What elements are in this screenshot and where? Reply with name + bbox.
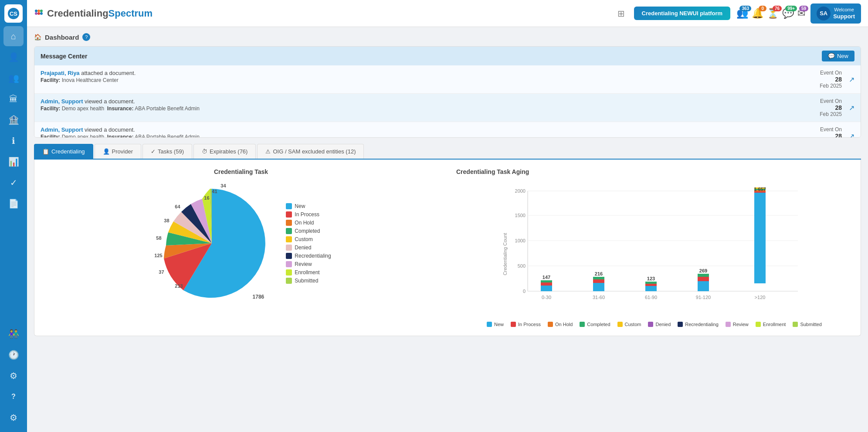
sidebar-item-people[interactable]: 👫 (3, 324, 24, 344)
message-row: Admin, Support viewed a document. Facili… (34, 122, 861, 137)
legend-color-completed (286, 228, 292, 234)
svg-point-3 (37, 10, 40, 12)
bar-legend-completed: Completed (580, 322, 610, 327)
sidebar-item-bank[interactable]: 🏦 (3, 110, 24, 130)
svg-text:1000: 1000 (515, 238, 526, 243)
pie-chart: 34 41 16 64 38 58 125 37 213 1786 (151, 182, 273, 304)
message-center-header: Message Center 💬 New (34, 47, 861, 65)
legend-color-denied (286, 245, 292, 251)
svg-text:500: 500 (518, 263, 526, 269)
svg-rect-37 (698, 277, 709, 281)
grid-button[interactable]: ⊞ (613, 5, 630, 22)
sidebar-item-user[interactable]: 👤 (3, 47, 24, 67)
sidebar-item-check[interactable]: ✓ (3, 173, 24, 193)
platform-button[interactable]: Credentialing NEWUI platform (634, 7, 731, 20)
oig-icon: ⚠ (265, 148, 271, 155)
svg-rect-36 (698, 281, 709, 291)
chat-notification[interactable]: 💬 99+ (782, 8, 794, 19)
bar-svg: Credentialing Count 0 500 1000 1500 2000 (456, 187, 852, 317)
msg-sender: Admin, Support (41, 98, 83, 105)
tab-oig[interactable]: ⚠ OIG / SAM excluded entities (12) (257, 144, 364, 159)
topbar: CredentialingSpectrum ⊞ Credentialing NE… (27, 0, 868, 27)
pie-legend: New In Process On Hold Completed (286, 203, 331, 284)
external-link-icon[interactable]: ↗ (849, 132, 854, 138)
sidebar-item-building[interactable]: 🏛 (3, 89, 24, 109)
sidebar-item-settings[interactable]: ⚙ (3, 366, 24, 386)
mail-notification[interactable]: ✉ 59 (797, 8, 805, 19)
legend-item-onhold: On Hold (286, 220, 331, 226)
svg-text:>120: >120 (755, 295, 766, 300)
legend-color-submitted (286, 278, 292, 284)
svg-rect-33 (645, 282, 657, 284)
logo-part1: Credentialing (47, 8, 108, 19)
users-badge: 363 (739, 6, 751, 11)
legend-color-custom (286, 236, 292, 242)
user-welcome: Welcome (833, 7, 855, 13)
svg-rect-38 (698, 274, 709, 277)
legend-item-denied: Denied (286, 245, 331, 251)
svg-text:2000: 2000 (515, 188, 526, 194)
user-button[interactable]: SA Welcome Support (810, 3, 861, 24)
legend-color-new (286, 203, 292, 209)
message-center-title: Message Center (41, 53, 87, 60)
svg-text:1500: 1500 (515, 213, 526, 218)
tab-credentialing[interactable]: 📋 Credentialing (34, 144, 93, 159)
pie-label-58: 58 (156, 235, 161, 241)
sidebar-item-gear2[interactable]: ⚙ (3, 408, 24, 428)
tab-expirables[interactable]: ⏱ Expirables (76) (193, 144, 256, 159)
tasks-icon: ✓ (151, 148, 156, 155)
msg-date: Event On 28 Feb 2025 (803, 126, 842, 137)
sidebar-item-group[interactable]: 👥 (3, 68, 24, 88)
pie-svg (151, 182, 273, 304)
main-content: 🏠 Dashboard ? Message Center 💬 New Praja… (27, 27, 868, 432)
svg-rect-28 (593, 277, 604, 279)
expirables-icon: ⏱ (202, 148, 207, 155)
svg-text:91-120: 91-120 (696, 295, 711, 300)
svg-text:1 657: 1 657 (754, 187, 766, 192)
timer-notification[interactable]: ⏳ 76 (767, 8, 779, 19)
message-list[interactable]: Prajapati, Riya attached a document. Fac… (34, 65, 861, 137)
bar-chart: Credentialing Count 0 500 1000 1500 2000 (456, 187, 852, 317)
mail-badge: 59 (799, 6, 808, 11)
message-icon: 💬 (828, 53, 835, 59)
legend-color-enrollment (286, 269, 292, 276)
sidebar-item-info[interactable]: ℹ (3, 131, 24, 151)
svg-text:216: 216 (595, 271, 603, 276)
logo-part2: Spectrum (108, 8, 153, 19)
svg-rect-32 (645, 284, 657, 286)
svg-rect-41 (754, 193, 766, 283)
help-icon[interactable]: ? (82, 33, 90, 41)
bell-notification[interactable]: 🔔 0 (752, 8, 763, 19)
bar-legend-review: Review (726, 322, 749, 327)
external-link-icon[interactable]: ↗ (849, 104, 854, 112)
legend-item-enrollment: Enrollment (286, 269, 331, 276)
sidebar-item-home[interactable]: ⌂ (3, 26, 24, 46)
svg-point-2 (35, 10, 37, 12)
sidebar: CS ⌂ 👤 👥 🏛 🏦 ℹ 📊 ✓ 📄 👫 🕐 ⚙ ? ⚙ (0, 0, 27, 432)
pie-label-37: 37 (159, 269, 164, 275)
svg-point-6 (37, 12, 40, 15)
legend-item-review: Review (286, 261, 331, 267)
new-message-button[interactable]: 💬 New (822, 51, 854, 61)
legend-color-review (286, 261, 292, 267)
pie-label-38: 38 (164, 218, 169, 223)
bar-legend-enrollment: Enrollment (756, 322, 786, 327)
sidebar-item-history[interactable]: 🕐 (3, 345, 24, 365)
legend-item-submitted: Submitted (286, 278, 331, 284)
tab-provider[interactable]: 👤 Provider (95, 144, 141, 159)
svg-text:31-60: 31-60 (593, 295, 605, 300)
sidebar-item-help[interactable]: ? (3, 387, 24, 407)
tab-tasks[interactable]: ✓ Tasks (59) (142, 144, 192, 159)
bar-legend-inprocess: In Process (511, 322, 541, 327)
breadcrumb: 🏠 Dashboard ? (34, 33, 861, 41)
svg-text:269: 269 (699, 268, 707, 273)
message-row: Prajapati, Riya attached a document. Fac… (34, 65, 861, 94)
legend-color-recred (286, 253, 292, 259)
bar-legend-submitted: Submitted (793, 322, 822, 327)
svg-rect-31 (645, 286, 657, 291)
external-link-icon[interactable]: ↗ (849, 75, 854, 84)
sidebar-item-chart[interactable]: 📊 (3, 152, 24, 172)
sidebar-item-doc[interactable]: 📄 (3, 194, 24, 214)
svg-rect-27 (593, 279, 604, 283)
users-notification[interactable]: 👥 363 (736, 8, 748, 19)
